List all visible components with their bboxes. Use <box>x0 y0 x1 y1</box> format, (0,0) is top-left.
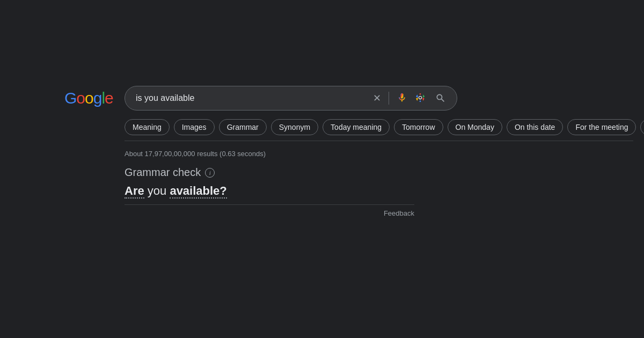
search-submit-icon <box>435 93 446 104</box>
main-content: Google ✕ <box>64 86 633 217</box>
feedback-link[interactable]: Feedback <box>384 209 414 217</box>
results-count: About 17,97,00,00,000 results (0.63 seco… <box>125 150 633 158</box>
svg-point-2 <box>419 96 421 98</box>
clear-icon: ✕ <box>373 93 381 103</box>
middle-text: you <box>144 184 170 197</box>
info-icon[interactable]: i <box>205 168 215 178</box>
feedback-row: Feedback <box>125 209 414 217</box>
grammar-underline-bar <box>125 204 414 205</box>
chip-synonym[interactable]: Synonym <box>271 119 318 135</box>
search-input[interactable] <box>136 93 367 103</box>
logo-letter-g: G <box>64 89 76 107</box>
chip-on-this-date[interactable]: On this date <box>507 119 564 135</box>
logo-letter-o2: o <box>85 89 93 107</box>
corrected-word: Are <box>125 184 144 199</box>
mic-icon <box>397 92 407 105</box>
logo-letter-o1: o <box>76 89 85 107</box>
lens-icon <box>415 92 426 105</box>
results-area: About 17,97,00,00,000 results (0.63 seco… <box>125 150 633 217</box>
logo-search-row: Google ✕ <box>64 86 633 111</box>
chip-images[interactable]: Images <box>174 119 215 135</box>
search-bar: ✕ <box>125 86 457 111</box>
search-submit-button[interactable] <box>431 91 450 106</box>
corrected-available: available? <box>170 184 226 199</box>
chips-row: Meaning Images Grammar Synonym Today mea… <box>125 119 633 135</box>
grammar-check-title: Grammar check i <box>125 166 633 179</box>
chip-for-the-meeting[interactable]: For the meeting <box>567 119 636 135</box>
chip-meaning[interactable]: Meaning <box>125 119 170 135</box>
grammar-check-section: Grammar check i Are you available? Feedb… <box>125 166 633 217</box>
corrected-text: Are you available? <box>125 184 633 198</box>
search-divider <box>389 92 389 105</box>
chip-tomorrow[interactable]: Tomorrow <box>394 119 443 135</box>
all-filters-button[interactable]: All filters ▾ <box>640 119 644 135</box>
logo-letter-e: e <box>105 89 113 107</box>
chip-grammar[interactable]: Grammar <box>219 119 267 135</box>
grammar-check-label: Grammar check <box>125 166 201 179</box>
lens-button[interactable] <box>413 90 428 107</box>
search-bar-icons: ✕ <box>371 90 450 107</box>
chip-on-monday[interactable]: On Monday <box>448 119 502 135</box>
logo-letter-g2: g <box>93 89 102 107</box>
chip-today-meaning[interactable]: Today meaning <box>323 119 390 135</box>
clear-button[interactable]: ✕ <box>371 91 383 105</box>
voice-search-button[interactable] <box>394 90 409 107</box>
google-logo: Google <box>64 89 112 107</box>
separator-line <box>125 141 633 141</box>
